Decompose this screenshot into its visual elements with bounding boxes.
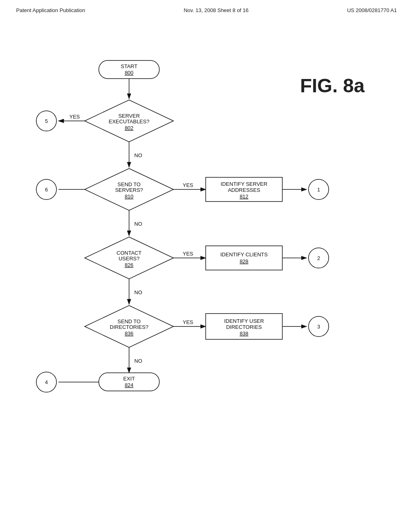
b812-label1: IDENTIFY SERVER [221, 181, 267, 187]
header-left: Patent Application Publication [16, 7, 85, 13]
no-826: NO [134, 289, 142, 295]
circle-2: 2 [317, 255, 320, 261]
circle-1: 1 [317, 187, 320, 193]
d810-label1: SEND TO [117, 181, 140, 187]
circle-6: 6 [45, 187, 48, 193]
b828-label2: 828 [240, 258, 248, 264]
b828-label1: IDENTIFY CLIENTS [220, 251, 268, 258]
yes-810: YES [183, 182, 193, 188]
start-label1: START [121, 63, 137, 69]
b838-label3: 838 [240, 330, 248, 337]
exit-label1: EXIT [123, 376, 135, 382]
flowchart-diagram: START 800 SERVER EXECUTABLES? 802 YES 5 … [0, 40, 413, 524]
circle-4: 4 [45, 379, 48, 385]
header-middle: Nov. 13, 2008 Sheet 8 of 16 [184, 7, 248, 13]
d802-label1: SERVER [118, 113, 140, 119]
no-810: NO [134, 221, 142, 227]
circle-5: 5 [45, 118, 48, 124]
d826-label3: 826 [125, 262, 133, 268]
d826-label2: USERS? [119, 256, 140, 262]
yes-836: YES [183, 319, 193, 325]
yes-802: YES [69, 114, 80, 120]
b838-label2: DIRECTORIES [226, 324, 262, 330]
page-header: Patent Application Publication Nov. 13, … [0, 0, 413, 13]
d836-label3: 836 [125, 330, 133, 337]
d802-label3: 802 [125, 125, 133, 131]
d836-label2: DIRECTORIES? [110, 324, 148, 330]
header-right: US 2008/0281770 A1 [347, 7, 397, 13]
d836-label1: SEND TO [117, 318, 140, 324]
d810-label2: SERVERS? [115, 187, 143, 193]
no-802: NO [134, 152, 142, 158]
d826-label1: CONTACT [117, 250, 142, 256]
b838-label1: IDENTIFY USER [224, 318, 264, 324]
no-836: NO [134, 358, 142, 364]
d810-label3: 810 [125, 193, 133, 200]
svg-rect-17 [206, 246, 282, 270]
circle-3: 3 [317, 324, 320, 330]
b812-label3: 812 [240, 193, 248, 200]
start-label2: 800 [125, 70, 133, 76]
exit-label2: 824 [125, 382, 133, 388]
b812-label2: ADDRESSES [228, 187, 261, 193]
d802-label2: EXECUTABLES? [109, 118, 150, 125]
yes-826: YES [183, 251, 193, 257]
